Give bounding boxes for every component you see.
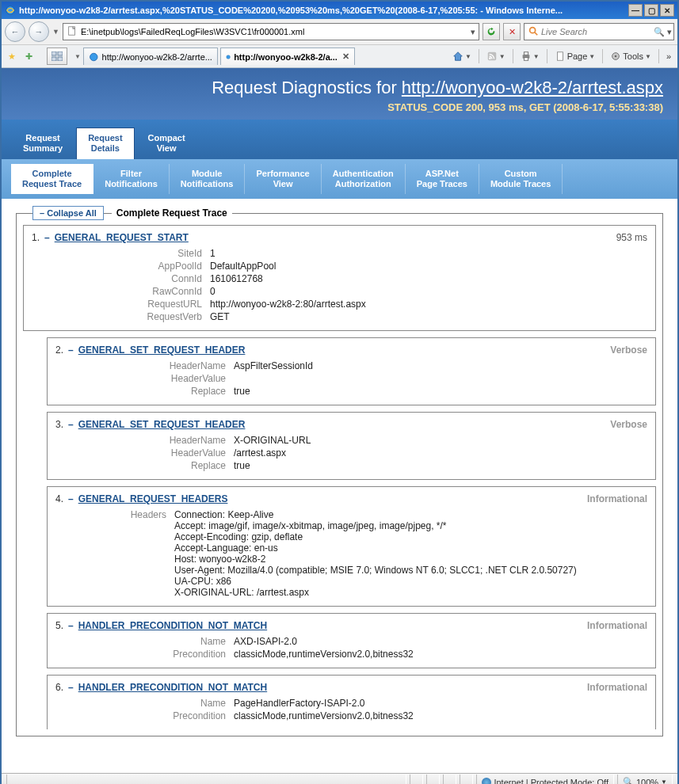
event-4: 4. – GENERAL_REQUEST_HEADERS Information…: [47, 486, 656, 607]
event-number: 2.: [55, 344, 63, 356]
event-level: Informational: [587, 682, 647, 693]
zoom-value: 100%: [636, 778, 658, 785]
event-name-link[interactable]: HANDLER_PRECONDITION_NOT_MATCH: [78, 620, 267, 631]
event-toggle-icon[interactable]: –: [68, 682, 74, 693]
event-toggle-icon[interactable]: –: [68, 493, 74, 504]
window-frame: http://wonyoo-w2k8-2/arrtest.aspx,%20STA…: [0, 0, 679, 784]
close-button[interactable]: ✕: [660, 4, 674, 17]
svg-rect-5: [58, 51, 63, 55]
address-dropdown-icon[interactable]: ▾: [471, 27, 475, 37]
event-number: 6.: [55, 682, 63, 693]
event-name-link[interactable]: GENERAL_SET_REQUEST_HEADER: [78, 419, 246, 430]
tab-0[interactable]: http://wonyoo-w2k8-2/arrte...: [83, 48, 218, 65]
event-name-link[interactable]: GENERAL_REQUEST_HEADERS: [78, 493, 228, 504]
tab-1[interactable]: http://wonyoo-w2k8-2/a... ✕: [220, 48, 355, 65]
title-prefix: Request Diagnostics for: [212, 78, 402, 97]
stop-button[interactable]: ✕: [503, 23, 521, 40]
search-dropdown-icon[interactable]: ▾: [667, 27, 672, 37]
refresh-button[interactable]: [483, 23, 500, 40]
tab-request-summary[interactable]: Request Summary: [11, 127, 74, 159]
search-box[interactable]: 🔍 ▾: [524, 23, 674, 40]
status-panel: [443, 774, 456, 785]
address-input[interactable]: [81, 27, 467, 36]
subtab-custom-module-traces[interactable]: Custom Module Traces: [479, 164, 563, 194]
tab-request-details[interactable]: Request Details: [76, 127, 134, 159]
tab-compact-view[interactable]: Compact View: [136, 127, 197, 159]
recent-pages-dropdown[interactable]: ▼: [52, 28, 59, 36]
separator: [513, 49, 513, 63]
kv-key: RawConnId: [32, 286, 210, 297]
minimize-button[interactable]: —: [628, 4, 643, 17]
kv-val: 1: [210, 248, 647, 259]
subtab-filter-notifications[interactable]: Filter Notifications: [93, 164, 170, 194]
diagnostics-header: Request Diagnostics for http://wonyoo-w2…: [2, 68, 677, 120]
zoom-dropdown-icon[interactable]: ▼: [661, 778, 667, 784]
ie-app-icon: [5, 5, 16, 16]
separator: [602, 49, 603, 63]
subtab-performance-view[interactable]: Performance View: [245, 164, 321, 194]
event-name-link[interactable]: GENERAL_REQUEST_START: [55, 232, 189, 243]
subtab-aspnet-traces[interactable]: ASP.Net Page Traces: [406, 164, 479, 194]
event-level: Informational: [587, 493, 647, 504]
group-title: Complete Request Trace: [112, 207, 232, 219]
event-name-link[interactable]: HANDLER_PRECONDITION_NOT_MATCH: [78, 682, 267, 693]
status-panel: [460, 774, 473, 785]
titlebar: http://wonyoo-w2k8-2/arrtest.aspx,%20STA…: [2, 2, 677, 19]
title-url-link[interactable]: http://wonyoo-w2k8-2/arrtest.aspx: [402, 78, 663, 97]
zone-panel[interactable]: Internet | Protected Mode: Off: [476, 774, 614, 785]
event-level: Informational: [587, 620, 647, 631]
page-menu-button[interactable]: Page▼: [551, 49, 599, 63]
kv-val: AspFilterSessionId: [234, 360, 647, 371]
event-toggle-icon[interactable]: –: [68, 344, 74, 356]
status-panel: [410, 774, 423, 785]
subtab-auth-authorization[interactable]: Authentication Authorization: [322, 164, 406, 194]
event-name-link[interactable]: GENERAL_SET_REQUEST_HEADER: [78, 344, 246, 356]
subtab-complete-trace[interactable]: Complete Request Trace: [11, 164, 93, 194]
event-number: 4.: [55, 493, 63, 504]
tab-close-icon[interactable]: ✕: [342, 51, 349, 62]
kv-key: Replace: [55, 386, 234, 397]
maximize-button[interactable]: ▢: [644, 4, 658, 17]
event-3: 3. – GENERAL_SET_REQUEST_HEADER Verbose …: [47, 412, 656, 480]
toolbar-chevron[interactable]: »: [663, 50, 674, 63]
add-to-favorites-icon[interactable]: ✚: [21, 49, 36, 63]
status-line: STATUS_CODE 200, 953 ms, GET (2008-6-17,…: [16, 101, 663, 113]
svg-rect-13: [524, 52, 528, 55]
kv-val: classicMode,runtimeVersionv2.0,bitness32: [234, 649, 647, 660]
tab-1-label: http://wonyoo-w2k8-2/a...: [234, 52, 338, 62]
file-icon: [67, 25, 78, 38]
feeds-button[interactable]: ▼: [483, 49, 509, 63]
zoom-icon: 🔍: [623, 777, 634, 784]
subtab-module-notifications[interactable]: Module Notifications: [170, 164, 246, 194]
event-toggle-icon[interactable]: –: [68, 419, 74, 430]
collapse-all-button[interactable]: – Collapse All: [32, 206, 104, 220]
kv-key: Headers: [55, 509, 174, 598]
svg-rect-7: [58, 57, 63, 61]
kv-key: SiteId: [32, 248, 210, 259]
event-toggle-icon[interactable]: –: [68, 620, 74, 631]
kv-key: Name: [55, 636, 234, 647]
back-button[interactable]: ←: [5, 21, 25, 42]
search-input[interactable]: [541, 27, 651, 36]
address-bar[interactable]: ▾: [63, 23, 479, 40]
status-panel-empty: [6, 774, 406, 785]
zoom-panel[interactable]: 🔍 100% ▼: [617, 774, 673, 785]
search-go-button[interactable]: 🔍: [654, 27, 665, 37]
kv-key: Replace: [55, 460, 234, 471]
forward-button[interactable]: →: [29, 21, 49, 42]
ie-tab-icon: [226, 51, 231, 63]
tools-menu-button[interactable]: Tools▼: [607, 49, 654, 63]
quick-tabs-dropdown[interactable]: ▼: [74, 53, 81, 60]
print-button[interactable]: ▼: [517, 49, 543, 63]
quick-tabs-button[interactable]: [47, 48, 67, 65]
home-button[interactable]: ▼: [449, 49, 475, 63]
kv-key: AppPoolId: [32, 261, 210, 272]
window-title: http://wonyoo-w2k8-2/arrtest.aspx,%20STA…: [19, 6, 627, 15]
separator: [658, 49, 659, 63]
kv-val: [234, 373, 647, 384]
event-level: Verbose: [610, 419, 647, 430]
favorites-star-icon[interactable]: ★: [5, 49, 19, 63]
event-5: 5. – HANDLER_PRECONDITION_NOT_MATCH Info…: [47, 613, 656, 668]
event-toggle-icon[interactable]: –: [44, 232, 50, 243]
kv-key: HeaderValue: [55, 447, 234, 459]
